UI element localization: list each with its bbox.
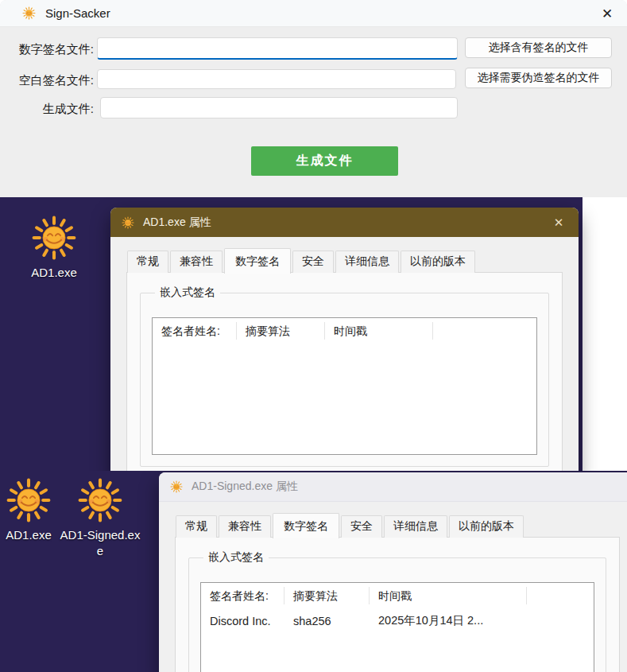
col-timestamp[interactable]: 时间戳 bbox=[325, 322, 433, 340]
desktop-icon-ad1-signed[interactable]: AD1-Signed.exe bbox=[59, 477, 141, 560]
app-title: Sign-Sacker bbox=[45, 6, 110, 20]
embedded-signatures-group: 嵌入式签名 签名者姓名: 摘要算法 时间戳 bbox=[140, 286, 549, 467]
desktop-band-middle: AD1.exe AD1.exe 属性 ✕ 常规 兼容性 数字签名 安全 详细信息… bbox=[0, 197, 627, 471]
pick-target-file-button[interactable]: 选择需要伪造签名的文件 bbox=[465, 68, 612, 88]
dialog-title: AD1.exe 属性 bbox=[143, 216, 211, 230]
tab-security[interactable]: 安全 bbox=[341, 515, 382, 538]
tab-details[interactable]: 详细信息 bbox=[335, 251, 399, 273]
cell-digest: sha256 bbox=[284, 615, 370, 627]
tab-general[interactable]: 常规 bbox=[127, 251, 168, 273]
embedded-signatures-group: 嵌入式签名 签名者姓名: 摘要算法 时间戳 Discord Inc. sha25… bbox=[188, 550, 606, 672]
tab-general[interactable]: 常规 bbox=[176, 515, 217, 538]
dialog-body: 常规 兼容性 数字签名 安全 详细信息 以前的版本 嵌入式签名 签名者姓名: 摘… bbox=[159, 502, 627, 672]
dialog-titlebar: AD1.exe 属性 ✕ bbox=[110, 208, 579, 237]
cell-timestamp: 2025年10月14日 2... bbox=[370, 613, 527, 628]
desktop-icon-label: AD1-Signed.exe bbox=[59, 527, 141, 560]
tab-strip: 常规 兼容性 数字签名 安全 详细信息 以前的版本 bbox=[126, 248, 563, 273]
signature-table-header: 签名者姓名: 摘要算法 时间戳 bbox=[153, 318, 536, 343]
close-icon[interactable]: ✕ bbox=[598, 6, 616, 23]
col-digest-algorithm[interactable]: 摘要算法 bbox=[284, 587, 370, 604]
properties-dialog-ad1-signed: AD1-Signed.exe 属性 常规 兼容性 数字签名 安全 详细信息 以前… bbox=[159, 472, 627, 672]
sun-app-icon bbox=[22, 6, 36, 20]
signature-table-header: 签名者姓名: 摘要算法 时间戳 bbox=[201, 583, 594, 608]
screenshot-root: Sign-Sacker ✕ 数字签名文件: 选择含有签名的文件 空白签名文件: … bbox=[0, 0, 627, 672]
col-digest-algorithm[interactable]: 摘要算法 bbox=[237, 322, 325, 340]
dialog-title: AD1-Signed.exe 属性 bbox=[192, 480, 298, 494]
tab-panel: 嵌入式签名 签名者姓名: 摘要算法 时间戳 Discord Inc. sha25… bbox=[175, 537, 620, 672]
close-icon[interactable]: ✕ bbox=[550, 214, 567, 231]
dialog-titlebar: AD1-Signed.exe 属性 bbox=[159, 472, 627, 502]
app-titlebar: Sign-Sacker ✕ bbox=[0, 0, 627, 27]
signature-table: 签名者姓名: 摘要算法 时间戳 bbox=[152, 317, 537, 455]
tab-compatibility[interactable]: 兼容性 bbox=[219, 515, 271, 538]
desktop-band-bottom: AD1.exe AD1-Signed.exe AD1-Signed.exe 属性… bbox=[0, 471, 627, 672]
sun-dialog-icon bbox=[122, 216, 134, 229]
col-signer-name[interactable]: 签名者姓名: bbox=[201, 587, 284, 604]
col-signer-name[interactable]: 签名者姓名: bbox=[153, 322, 237, 340]
sun-file-icon bbox=[77, 477, 123, 523]
output-file-input[interactable] bbox=[100, 97, 458, 118]
sun-file-icon bbox=[6, 477, 52, 523]
signature-table: 签名者姓名: 摘要算法 时间戳 Discord Inc. sha256 2025… bbox=[200, 582, 594, 672]
output-file-label: 生成文件: bbox=[8, 102, 94, 117]
blank-file-input[interactable] bbox=[97, 69, 456, 89]
col-timestamp[interactable]: 时间戳 bbox=[370, 587, 527, 604]
col-empty bbox=[433, 322, 536, 340]
dialog-body: 常规 兼容性 数字签名 安全 详细信息 以前的版本 嵌入式签名 签名者姓名: 摘… bbox=[110, 237, 579, 471]
sun-dialog-icon bbox=[170, 480, 183, 493]
pick-signed-file-button[interactable]: 选择含有签名的文件 bbox=[465, 37, 612, 58]
sun-file-icon bbox=[31, 215, 77, 261]
desktop-icon-ad1[interactable]: AD1.exe bbox=[13, 215, 95, 281]
group-label: 嵌入式签名 bbox=[155, 286, 220, 300]
tab-previous-versions[interactable]: 以前的版本 bbox=[449, 515, 524, 538]
col-empty bbox=[527, 587, 594, 604]
tab-security[interactable]: 安全 bbox=[292, 251, 334, 273]
properties-dialog-ad1: AD1.exe 属性 ✕ 常规 兼容性 数字签名 安全 详细信息 以前的版本 嵌… bbox=[110, 208, 579, 471]
tab-compatibility[interactable]: 兼容性 bbox=[170, 251, 223, 273]
tab-digital-signatures[interactable]: 数字签名 bbox=[273, 513, 339, 538]
white-strip bbox=[582, 197, 627, 471]
signed-file-input[interactable] bbox=[97, 37, 458, 60]
desktop-icon-label: AD1.exe bbox=[13, 265, 95, 281]
sign-sacker-window: Sign-Sacker ✕ 数字签名文件: 选择含有签名的文件 空白签名文件: … bbox=[0, 0, 627, 197]
blank-file-label: 空白签名文件: bbox=[8, 73, 94, 88]
cell-signer: Discord Inc. bbox=[201, 615, 284, 627]
tab-previous-versions[interactable]: 以前的版本 bbox=[401, 251, 475, 273]
signed-file-label: 数字签名文件: bbox=[8, 42, 94, 57]
tab-panel: 嵌入式签名 签名者姓名: 摘要算法 时间戳 bbox=[126, 272, 563, 471]
tab-digital-signatures[interactable]: 数字签名 bbox=[224, 248, 291, 274]
group-label: 嵌入式签名 bbox=[203, 550, 269, 565]
generate-file-button[interactable]: 生成文件 bbox=[251, 146, 398, 176]
tab-strip: 常规 兼容性 数字签名 安全 详细信息 以前的版本 bbox=[175, 513, 620, 538]
tab-details[interactable]: 详细信息 bbox=[384, 515, 447, 538]
table-row[interactable]: Discord Inc. sha256 2025年10月14日 2... bbox=[201, 608, 594, 634]
